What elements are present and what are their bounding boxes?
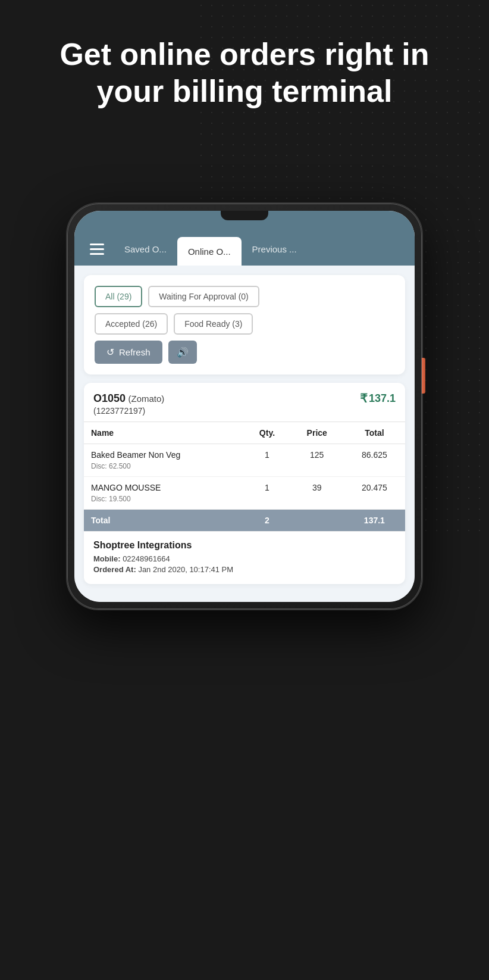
footer-label: Total bbox=[84, 510, 244, 532]
table-row: MANGO MOUSSE Disc: 19.500 1 39 20.475 bbox=[84, 477, 405, 510]
order-info: O1050 (Zomato) (1223772197) bbox=[93, 392, 164, 416]
sound-icon: 🔊 bbox=[177, 347, 189, 357]
menu-icon-button[interactable] bbox=[80, 232, 114, 266]
order-header: O1050 (Zomato) (1223772197) ₹ 137.1 bbox=[84, 383, 405, 422]
refresh-button[interactable]: ↺ Refresh bbox=[95, 341, 162, 364]
order-id-line: O1050 (Zomato) bbox=[93, 392, 164, 405]
table-row: Baked Beamer Non Veg Disc: 62.500 1 125 … bbox=[84, 444, 405, 477]
item-disc-1: Disc: 62.500 bbox=[91, 462, 237, 470]
order-id: O1050 bbox=[93, 392, 126, 404]
ordered-at-label: Ordered At: bbox=[93, 565, 136, 574]
order-amount-value: 137.1 bbox=[369, 392, 396, 405]
filter-card: All (29) Waiting For Approval (0) Accept… bbox=[84, 275, 405, 374]
table-header-row: Name Qty. Price Total bbox=[84, 422, 405, 444]
phone-mockup: Saved O... Online O... Previous ... All … bbox=[66, 202, 423, 610]
action-row: ↺ Refresh 🔊 bbox=[95, 341, 394, 364]
item-name-cell: MANGO MOUSSE Disc: 19.500 bbox=[84, 477, 244, 510]
ordered-at-value: Jan 2nd 2020, 10:17:41 PM bbox=[138, 565, 233, 574]
order-source: (Zomato) bbox=[128, 394, 165, 404]
col-name: Name bbox=[84, 422, 244, 444]
customer-info: Shoptree Integrations Mobile: 0224896166… bbox=[84, 531, 405, 584]
item-disc-2: Disc: 19.500 bbox=[91, 495, 237, 503]
refresh-label: Refresh bbox=[119, 347, 151, 357]
filter-waiting[interactable]: Waiting For Approval (0) bbox=[148, 286, 259, 307]
footer-total: 137.1 bbox=[344, 510, 405, 532]
tab-saved-orders[interactable]: Saved O... bbox=[114, 232, 177, 266]
main-content: All (29) Waiting For Approval (0) Accept… bbox=[74, 266, 415, 602]
mobile-label: Mobile: bbox=[93, 554, 121, 563]
phone-notch bbox=[221, 211, 268, 220]
side-button bbox=[422, 358, 425, 394]
col-price: Price bbox=[290, 422, 344, 444]
filter-food-ready[interactable]: Food Ready (3) bbox=[174, 313, 253, 335]
item-total-1: 86.625 bbox=[344, 444, 405, 477]
mobile-value: 02248961664 bbox=[123, 554, 170, 563]
col-total: Total bbox=[344, 422, 405, 444]
phone-outer-shell: Saved O... Online O... Previous ... All … bbox=[66, 202, 423, 610]
item-name-1: Baked Beamer Non Veg bbox=[91, 450, 237, 460]
item-total-2: 20.475 bbox=[344, 477, 405, 510]
order-phone: (1223772197) bbox=[93, 406, 164, 416]
col-qty: Qty. bbox=[244, 422, 290, 444]
filter-accepted[interactable]: Accepted (26) bbox=[95, 313, 168, 335]
rupee-sign: ₹ bbox=[360, 392, 368, 404]
customer-name: Shoptree Integrations bbox=[93, 540, 396, 551]
sound-button[interactable]: 🔊 bbox=[168, 341, 197, 364]
item-price-2: 39 bbox=[290, 477, 344, 510]
tab-previous-orders[interactable]: Previous ... bbox=[242, 232, 308, 266]
item-qty-1: 1 bbox=[244, 444, 290, 477]
item-name-cell: Baked Beamer Non Veg Disc: 62.500 bbox=[84, 444, 244, 477]
filter-all[interactable]: All (29) bbox=[95, 286, 142, 307]
item-qty-2: 1 bbox=[244, 477, 290, 510]
order-card: O1050 (Zomato) (1223772197) ₹ 137.1 bbox=[84, 383, 405, 584]
item-price-1: 125 bbox=[290, 444, 344, 477]
footer-empty bbox=[290, 510, 344, 532]
ordered-at-line: Ordered At: Jan 2nd 2020, 10:17:41 PM bbox=[93, 565, 396, 574]
phone-top-bar bbox=[74, 211, 415, 232]
tab-online-orders[interactable]: Online O... bbox=[177, 237, 242, 266]
refresh-icon: ↺ bbox=[106, 347, 114, 358]
filter-row-2: Accepted (26) Food Ready (3) bbox=[95, 313, 394, 335]
hero-title: Get online orders right in your billing … bbox=[36, 36, 453, 110]
footer-qty: 2 bbox=[244, 510, 290, 532]
hamburger-icon bbox=[90, 244, 104, 255]
hero-section: Get online orders right in your billing … bbox=[0, 0, 489, 134]
table-footer-row: Total 2 137.1 bbox=[84, 510, 405, 532]
phone-screen: Saved O... Online O... Previous ... All … bbox=[74, 211, 415, 602]
order-amount: ₹ 137.1 bbox=[360, 392, 396, 405]
order-table: Name Qty. Price Total Baked Beamer Non V… bbox=[84, 422, 405, 531]
mobile-line: Mobile: 02248961664 bbox=[93, 554, 396, 563]
item-name-2: MANGO MOUSSE bbox=[91, 483, 237, 492]
filter-row-1: All (29) Waiting For Approval (0) bbox=[95, 286, 394, 307]
tab-bar: Saved O... Online O... Previous ... bbox=[74, 232, 415, 266]
